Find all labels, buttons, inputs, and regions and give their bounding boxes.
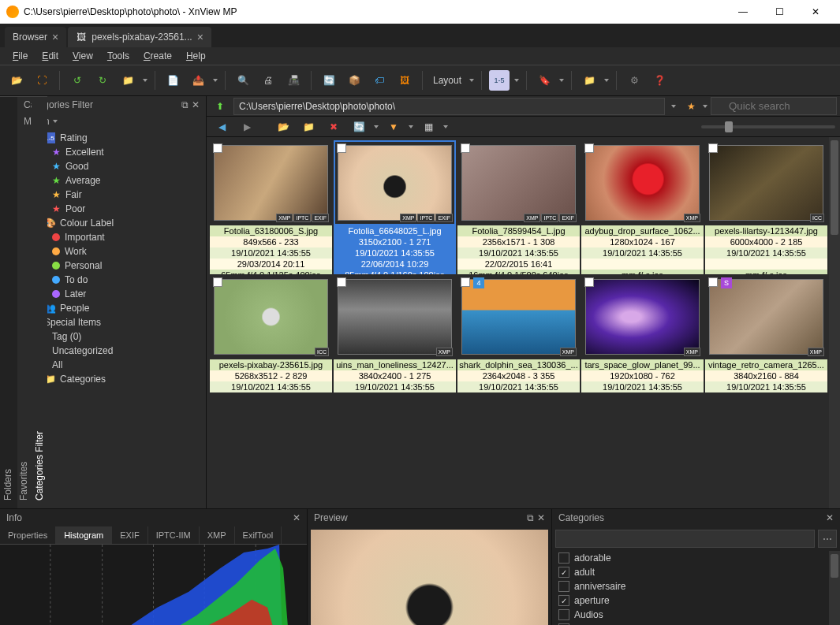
thumb-checkbox[interactable] — [213, 277, 222, 287]
dock-icon[interactable]: ⧉ — [181, 99, 189, 110]
close-icon[interactable]: ✕ — [537, 512, 545, 523]
path-input[interactable] — [233, 98, 665, 115]
filter-button[interactable]: ▼ — [383, 117, 404, 137]
chevron-down-icon[interactable] — [443, 125, 448, 128]
thumbnail-card[interactable]: XMPtars_space_glow_planet_99...1920x1080… — [581, 274, 704, 392]
thumb-checkbox[interactable] — [461, 277, 470, 287]
more-button[interactable]: ⋯ — [818, 530, 837, 548]
thumbnail-image[interactable] — [709, 279, 823, 355]
scan-button[interactable]: 📠 — [283, 70, 304, 91]
category-item[interactable]: ✓aperture — [555, 593, 837, 608]
close-icon[interactable]: × — [52, 31, 58, 43]
scrollbar[interactable] — [829, 551, 840, 625]
folder-open-button[interactable]: 📂 — [273, 117, 293, 137]
tab-histogram[interactable]: Histogram — [56, 526, 112, 544]
tab-exiftool[interactable]: ExifTool — [235, 526, 282, 544]
category-checkbox[interactable]: ✓ — [558, 595, 569, 606]
forward-button[interactable]: ▶ — [237, 117, 257, 137]
thumbnail-image[interactable] — [461, 145, 576, 221]
category-checkbox[interactable] — [558, 581, 569, 592]
batch-button[interactable]: 📦 — [344, 70, 364, 91]
chevron-down-icon[interactable] — [143, 79, 147, 82]
category-item[interactable]: adorable — [555, 551, 837, 565]
thumbnail-card[interactable]: ICCpexels-lilartsy-1213447.jpg6000x4000 … — [705, 140, 827, 281]
chevron-down-icon[interactable] — [559, 79, 564, 82]
chevron-down-icon[interactable] — [703, 105, 707, 108]
thumb-checkbox[interactable] — [213, 143, 222, 153]
tab-browser[interactable]: Browser × — [5, 27, 66, 47]
open-button[interactable]: 📂 — [6, 70, 27, 91]
rail-categories-filter[interactable]: Categories Filter — [32, 96, 47, 508]
thumbnail-card[interactable]: XMPIPTCEXIFFotolia_66648025_L.jpg3150x21… — [334, 140, 456, 281]
folder-new-button[interactable]: 📁 — [298, 117, 319, 137]
thumbnail-image[interactable] — [214, 145, 328, 221]
close-icon[interactable]: ✕ — [826, 512, 834, 523]
category-item[interactable]: anniversaire — [555, 579, 837, 593]
scrollbar[interactable] — [829, 137, 840, 508]
folder-button[interactable]: 📁 — [579, 70, 599, 91]
tab-properties[interactable]: Properties — [0, 526, 56, 544]
close-icon[interactable]: ✕ — [293, 512, 301, 523]
layout-label[interactable]: Layout — [430, 75, 465, 86]
up-button[interactable]: ⬆ — [210, 96, 230, 117]
menu-view[interactable]: View — [66, 49, 99, 63]
metadata-button[interactable]: 🏷 — [369, 70, 390, 91]
chevron-down-icon[interactable] — [469, 79, 474, 82]
list-button[interactable]: 1-5 — [489, 70, 510, 91]
thumbnails-area[interactable]: XMPIPTCEXIFFotolia_63180006_S.jpg849x566… — [207, 137, 840, 508]
thumbnail-card[interactable]: XMPuins_man_loneliness_12427...3840x2400… — [334, 274, 456, 392]
export-button[interactable]: 📤 — [188, 70, 208, 91]
thumbnail-card[interactable]: SXMPvintage_retro_camera_1265...3840x216… — [705, 274, 827, 392]
thumb-checkbox[interactable] — [584, 143, 594, 153]
menu-file[interactable]: File — [6, 49, 34, 63]
thumb-checkbox[interactable] — [337, 143, 346, 153]
image-button[interactable]: 🖼 — [394, 70, 415, 91]
rotate-ccw-button[interactable]: ↺ — [67, 70, 88, 91]
thumb-checkbox[interactable] — [584, 277, 594, 287]
thumbnail-image[interactable] — [338, 279, 452, 355]
thumbnail-card[interactable]: 4XMPshark_dolphin_sea_130036_...2364x204… — [457, 274, 580, 392]
favorite-button[interactable]: ★ — [682, 98, 700, 115]
convert-button[interactable]: 🔄 — [319, 70, 339, 91]
thumbnail-image[interactable] — [585, 279, 700, 355]
category-item[interactable]: Audios — [555, 608, 837, 622]
close-icon[interactable]: ✕ — [192, 99, 200, 110]
thumbnail-image[interactable] — [461, 279, 576, 355]
thumbnail-image[interactable] — [709, 145, 823, 221]
thumbnail-card[interactable]: XMPadybug_drop_surface_1062...1280x1024 … — [581, 140, 704, 281]
tab-file[interactable]: 🖼 pexels-pixabay-23561... × — [68, 27, 211, 47]
chevron-down-icon[interactable] — [671, 105, 676, 108]
thumbnail-card[interactable]: ICCpexels-pixabay-235615.jpg5268x3512 - … — [210, 274, 332, 392]
binoculars-icon[interactable]: 🔍 — [233, 70, 253, 91]
thumb-checkbox[interactable] — [708, 277, 718, 287]
close-button[interactable]: ✕ — [797, 0, 834, 24]
rotate-cw-button[interactable]: ↻ — [92, 70, 113, 91]
thumb-checkbox[interactable] — [337, 277, 346, 287]
category-checkbox[interactable] — [558, 552, 569, 564]
thumbnail-image[interactable] — [214, 279, 328, 355]
settings-button[interactable]: ⚙ — [624, 70, 644, 91]
back-button[interactable]: ◀ — [211, 117, 232, 137]
thumb-checkbox[interactable] — [461, 143, 470, 153]
menu-create[interactable]: Create — [137, 49, 178, 63]
thumbnail-image[interactable] — [338, 145, 452, 221]
print-button[interactable]: 🖨 — [258, 70, 278, 91]
copy-button[interactable]: 📄 — [162, 70, 183, 91]
help-button[interactable]: ❓ — [649, 70, 670, 91]
menu-edit[interactable]: Edit — [35, 49, 65, 63]
folder-up-button[interactable]: 📁 — [118, 70, 138, 91]
rail-favorites[interactable]: Favorites — [16, 96, 32, 508]
thumbnail-card[interactable]: XMPIPTCEXIFFotolia_78599454_L.jpg2356x15… — [457, 140, 580, 281]
chevron-down-icon[interactable] — [409, 125, 413, 128]
minimize-button[interactable]: — — [725, 0, 761, 24]
delete-button[interactable]: ✖ — [323, 117, 344, 137]
tab-xmp[interactable]: XMP — [200, 526, 235, 544]
zoom-slider[interactable] — [701, 125, 835, 128]
category-search[interactable] — [555, 530, 815, 548]
menu-help[interactable]: Help — [180, 49, 212, 63]
chevron-down-icon[interactable] — [514, 79, 519, 82]
menu-tools[interactable]: Tools — [101, 49, 136, 63]
category-checkbox[interactable]: ✓ — [558, 567, 569, 578]
tab-iptc[interactable]: IPTC-IIM — [148, 526, 200, 544]
chevron-down-icon[interactable] — [374, 125, 379, 128]
